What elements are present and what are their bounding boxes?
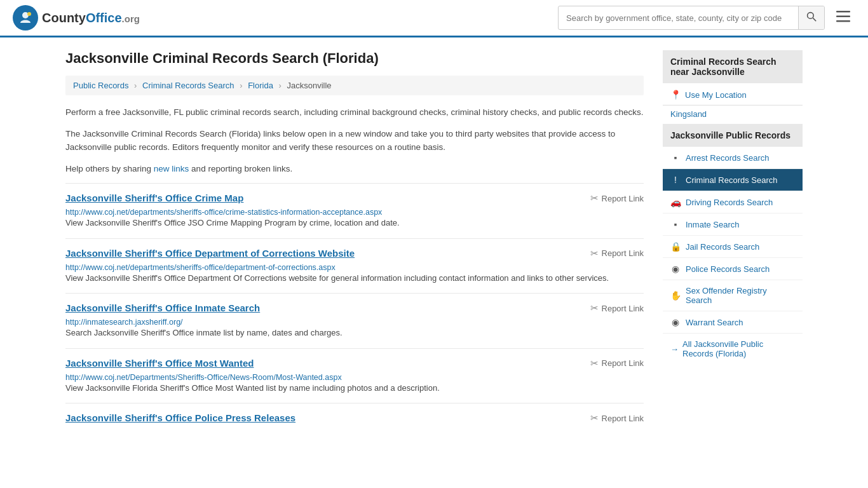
menu-item-icon: ✋ [670, 290, 681, 301]
result-desc: View Jacksonville Sheriff's Office Depar… [65, 272, 644, 285]
result-desc: View Jacksonville Florida Sheriff's Offi… [65, 382, 644, 395]
breadcrumb-criminal-records[interactable]: Criminal Records Search [142, 81, 234, 90]
report-link-button[interactable]: ✂ Report Link [590, 248, 644, 259]
report-icon: ✂ [590, 412, 599, 424]
report-icon: ✂ [590, 248, 599, 259]
svg-point-3 [808, 13, 814, 19]
breadcrumb-sep-3: › [279, 81, 281, 90]
content-area: Jacksonville Criminal Records Search (Fl… [65, 50, 644, 435]
result-header: Jacksonville Sheriff's Office Police Pre… [65, 412, 644, 424]
report-link-button[interactable]: ✂ Report Link [590, 412, 644, 424]
result-item: Jacksonville Sheriff's Office Crime Map … [65, 183, 644, 238]
sidebar-menu: ▪ Arrest Records Search ! Criminal Recor… [663, 147, 803, 334]
sidebar: Criminal Records Search near Jacksonvill… [663, 50, 803, 435]
breadcrumb-public-records[interactable]: Public Records [73, 81, 128, 90]
report-link-label: Report Link [602, 358, 644, 368]
menu-item-icon: ! [670, 175, 681, 185]
report-icon: ✂ [590, 302, 599, 314]
sidebar-section-1-title: Criminal Records Search near Jacksonvill… [663, 50, 803, 83]
report-link-button[interactable]: ✂ Report Link [590, 358, 644, 369]
report-link-button[interactable]: ✂ Report Link [590, 193, 644, 204]
svg-rect-7 [836, 20, 850, 22]
menu-item-label: Jail Records Search [686, 242, 759, 252]
sidebar-section-2-title: Jacksonville Public Records [663, 124, 803, 147]
page-title: Jacksonville Criminal Records Search (Fl… [65, 50, 644, 67]
arrow-icon: → [670, 344, 679, 354]
breadcrumb-sep-2: › [240, 81, 242, 90]
result-url[interactable]: http://www.coj.net/departments/sheriffs-… [65, 263, 336, 272]
result-title[interactable]: Jacksonville Sheriff's Office Most Wante… [65, 358, 254, 369]
result-title[interactable]: Jacksonville Sheriff's Office Inmate Sea… [65, 302, 260, 313]
breadcrumb-sep-1: › [134, 81, 137, 90]
result-item: Jacksonville Sheriff's Office Police Pre… [65, 403, 644, 435]
result-item: Jacksonville Sheriff's Office Department… [65, 238, 644, 294]
breadcrumb: Public Records › Criminal Records Search… [65, 76, 644, 95]
result-url[interactable]: http://www.coj.net/departments/sheriffs-… [65, 208, 382, 217]
search-input[interactable] [559, 8, 798, 28]
menu-item-icon: ◉ [670, 264, 681, 274]
result-desc: Search Jacksonville Sheriff's Office inm… [65, 327, 644, 339]
use-my-location-link[interactable]: 📍 Use My Location [670, 90, 795, 100]
report-link-label: Report Link [602, 414, 644, 423]
menu-item-icon: ▪ [670, 152, 681, 163]
menu-item-label: Sex Offender Registry Search [686, 286, 795, 305]
sidebar-menu-item[interactable]: ▪ Inmate Search [663, 214, 803, 236]
main-container: Jacksonville Criminal Records Search (Fl… [53, 37, 815, 448]
sidebar-menu-item[interactable]: ◉ Warrant Search [663, 311, 803, 334]
menu-item-icon: ◉ [670, 317, 681, 327]
sidebar-menu-item[interactable]: ◉ Police Records Search [663, 258, 803, 280]
results-container: Jacksonville Sheriff's Office Crime Map … [65, 183, 644, 435]
result-desc: View Jacksonville Sheriff's Office JSO C… [65, 217, 644, 229]
result-header: Jacksonville Sheriff's Office Crime Map … [65, 193, 644, 204]
menu-icon[interactable] [831, 7, 855, 29]
svg-rect-6 [836, 16, 850, 18]
logo-area: CountyOffice.org [13, 5, 140, 30]
report-link-label: Report Link [602, 194, 644, 203]
description-3: Help others by sharing new links and rep… [65, 162, 644, 176]
all-records-link[interactable]: → All Jacksonville Public Records (Flori… [663, 334, 803, 364]
menu-item-label: Driving Records Search [686, 198, 773, 207]
sidebar-menu-item[interactable]: ! Criminal Records Search [663, 169, 803, 191]
search-bar [558, 6, 825, 30]
result-header: Jacksonville Sheriff's Office Inmate Sea… [65, 302, 644, 314]
location-pin-icon: 📍 [670, 90, 681, 100]
new-links-link[interactable]: new links [154, 164, 189, 173]
menu-item-label: Police Records Search [686, 264, 770, 274]
menu-item-label: Warrant Search [686, 318, 743, 327]
sidebar-location: 📍 Use My Location [663, 83, 803, 105]
search-button[interactable] [798, 6, 824, 29]
report-link-label: Report Link [602, 304, 644, 313]
description-1: Perform a free Jacksonville, FL public c… [65, 105, 644, 119]
result-url[interactable]: http://inmatesearch.jaxsheriff.org/ [65, 318, 183, 327]
kingsland-link[interactable]: Kingsland [663, 105, 803, 123]
sidebar-menu-item[interactable]: 🚗 Driving Records Search [663, 191, 803, 214]
logo-icon [13, 5, 38, 30]
breadcrumb-jacksonville: Jacksonville [287, 81, 331, 90]
svg-line-4 [813, 18, 816, 21]
result-title[interactable]: Jacksonville Sheriff's Office Crime Map [65, 193, 243, 203]
breadcrumb-florida[interactable]: Florida [248, 81, 273, 90]
header-right [558, 6, 855, 30]
report-link-button[interactable]: ✂ Report Link [590, 302, 644, 314]
menu-item-icon: 🔒 [670, 241, 681, 252]
sidebar-menu-item[interactable]: ✋ Sex Offender Registry Search [663, 280, 803, 311]
result-item: Jacksonville Sheriff's Office Inmate Sea… [65, 293, 644, 348]
svg-point-2 [27, 12, 31, 16]
menu-item-label: Inmate Search [686, 220, 740, 229]
description-2: The Jacksonville Criminal Records Search… [65, 127, 644, 154]
result-header: Jacksonville Sheriff's Office Department… [65, 248, 644, 259]
result-title[interactable]: Jacksonville Sheriff's Office Police Pre… [65, 412, 295, 423]
result-header: Jacksonville Sheriff's Office Most Wante… [65, 358, 644, 369]
logo-text: CountyOffice.org [42, 11, 140, 25]
menu-item-label: Arrest Records Search [686, 153, 770, 163]
result-url[interactable]: http://www.coj.net/Departments/Sheriffs-… [65, 373, 342, 382]
report-icon: ✂ [590, 193, 599, 204]
svg-rect-5 [836, 11, 850, 13]
sidebar-menu-item[interactable]: 🔒 Jail Records Search [663, 236, 803, 258]
result-item: Jacksonville Sheriff's Office Most Wante… [65, 348, 644, 403]
sidebar-menu-item[interactable]: ▪ Arrest Records Search [663, 147, 803, 169]
menu-item-label: Criminal Records Search [686, 175, 778, 185]
result-title[interactable]: Jacksonville Sheriff's Office Department… [65, 248, 355, 259]
report-icon: ✂ [590, 358, 599, 369]
report-link-label: Report Link [602, 248, 644, 258]
